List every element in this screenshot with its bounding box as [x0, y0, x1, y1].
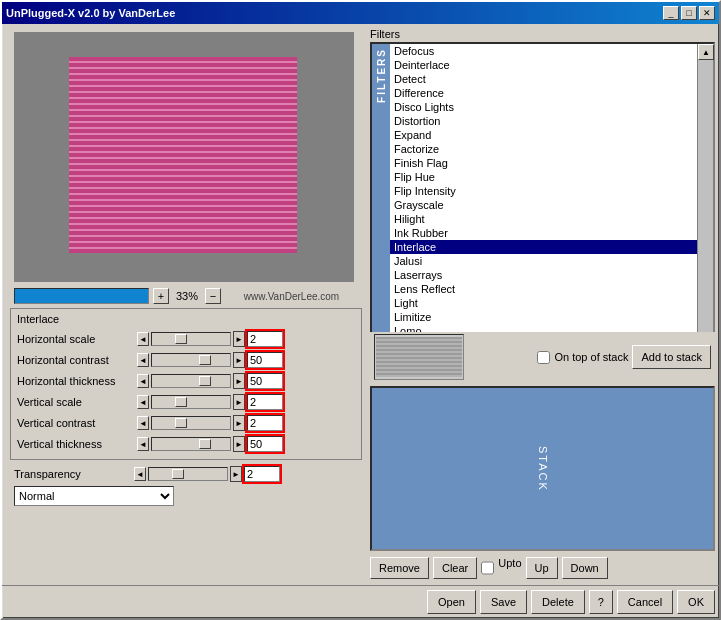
v-thickness-label: Vertical thickness: [17, 438, 137, 450]
right-panel: Filters FILTERS DefocusDeinterlaceDetect…: [370, 28, 715, 581]
transparency-track[interactable]: [148, 467, 228, 481]
stack-controls-top: On top of stack Add to stack: [537, 345, 711, 369]
stack-action-buttons: Remove Clear Upto Up Down: [370, 555, 715, 581]
preview-canvas: [69, 57, 299, 257]
controls-group: Interlace Horizontal scale ◄ ► Horizonta…: [10, 308, 362, 460]
filter-item-distortion[interactable]: Distortion: [390, 114, 697, 128]
zoom-in-button[interactable]: +: [153, 288, 169, 304]
cancel-button[interactable]: Cancel: [617, 590, 673, 614]
h-contrast-label: Horizontal contrast: [17, 354, 137, 366]
ok-button[interactable]: OK: [677, 590, 715, 614]
filter-item-disco-lights[interactable]: Disco Lights: [390, 100, 697, 114]
clear-button[interactable]: Clear: [433, 557, 477, 579]
save-button[interactable]: Save: [480, 590, 527, 614]
filter-item-light[interactable]: Light: [390, 296, 697, 310]
h-scale-input[interactable]: [247, 331, 283, 347]
open-button[interactable]: Open: [427, 590, 476, 614]
upto-checkbox[interactable]: [481, 557, 494, 579]
filter-item-factorize[interactable]: Factorize: [390, 142, 697, 156]
url-label: www.VanDerLee.com: [225, 291, 358, 302]
zoom-out-button[interactable]: −: [205, 288, 221, 304]
title-bar: UnPlugged-X v2.0 by VanDerLee _ □ ✕: [2, 2, 719, 24]
control-row-h-scale: Horizontal scale ◄ ►: [17, 329, 355, 349]
v-scale-input[interactable]: [247, 394, 283, 410]
filter-item-flip-hue[interactable]: Flip Hue: [390, 170, 697, 184]
h-thickness-left-arrow[interactable]: ◄: [137, 374, 149, 388]
h-contrast-right-arrow[interactable]: ►: [233, 352, 245, 368]
filter-item-jalusi[interactable]: Jalusi: [390, 254, 697, 268]
scroll-track[interactable]: [698, 60, 713, 336]
transparency-right-arrow[interactable]: ►: [230, 466, 242, 482]
h-scale-left-arrow[interactable]: ◄: [137, 332, 149, 346]
filter-item-grayscale[interactable]: Grayscale: [390, 198, 697, 212]
scroll-up-button[interactable]: ▲: [698, 44, 714, 60]
filter-item-limitize[interactable]: Limitize: [390, 310, 697, 324]
v-scale-right-arrow[interactable]: ►: [233, 394, 245, 410]
logo-thumbnail: [374, 334, 464, 380]
filter-item-detect[interactable]: Detect: [390, 72, 697, 86]
v-thickness-right-arrow[interactable]: ►: [233, 436, 245, 452]
filters-vertical-label: FILTERS: [372, 44, 390, 352]
filters-list-container: FILTERS DefocusDeinterlaceDetectDifferen…: [370, 42, 715, 354]
upto-label: Upto: [498, 557, 521, 579]
h-thickness-right-arrow[interactable]: ►: [233, 373, 245, 389]
filter-item-expand[interactable]: Expand: [390, 128, 697, 142]
h-contrast-left-arrow[interactable]: ◄: [137, 353, 149, 367]
h-scale-track[interactable]: [151, 332, 231, 346]
v-thickness-left-arrow[interactable]: ◄: [137, 437, 149, 451]
filter-item-laserrays[interactable]: Laserrays: [390, 268, 697, 282]
filters-list[interactable]: DefocusDeinterlaceDetectDifferenceDisco …: [390, 44, 697, 352]
control-row-h-thickness: Horizontal thickness ◄ ►: [17, 371, 355, 391]
v-contrast-input[interactable]: [247, 415, 283, 431]
blend-mode-select[interactable]: NormalMultiplyScreenOverlayDarkenLighten: [14, 486, 174, 506]
up-button[interactable]: Up: [526, 557, 558, 579]
minimize-button[interactable]: _: [663, 6, 679, 20]
h-contrast-input[interactable]: [247, 352, 283, 368]
filter-item-ink-rubber[interactable]: Ink Rubber: [390, 226, 697, 240]
window-controls: _ □ ✕: [663, 6, 715, 20]
h-contrast-track[interactable]: [151, 353, 231, 367]
filter-item-hilight[interactable]: Hilight: [390, 212, 697, 226]
maximize-button[interactable]: □: [681, 6, 697, 20]
filters-title: Filters: [370, 28, 715, 40]
mode-dropdown-row: NormalMultiplyScreenOverlayDarkenLighten: [10, 486, 362, 506]
add-to-stack-button[interactable]: Add to stack: [632, 345, 711, 369]
v-scale-track[interactable]: [151, 395, 231, 409]
stack-label: STACK: [537, 446, 549, 492]
v-contrast-left-arrow[interactable]: ◄: [137, 416, 149, 430]
filter-item-deinterlace[interactable]: Deinterlace: [390, 58, 697, 72]
filter-item-lens-reflect[interactable]: Lens Reflect: [390, 282, 697, 296]
help-button[interactable]: ?: [589, 590, 613, 614]
close-button[interactable]: ✕: [699, 6, 715, 20]
v-thickness-track[interactable]: [151, 437, 231, 451]
main-window: UnPlugged-X v2.0 by VanDerLee _ □ ✕ + 33…: [0, 0, 721, 620]
transparency-row: Transparency ◄ ►: [10, 464, 362, 484]
left-panel: + 33% − www.VanDerLee.com Interlace Hori…: [6, 28, 366, 581]
v-contrast-track[interactable]: [151, 416, 231, 430]
filter-item-interlace[interactable]: Interlace: [390, 240, 697, 254]
down-button[interactable]: Down: [562, 557, 608, 579]
remove-button[interactable]: Remove: [370, 557, 429, 579]
filter-item-finish-flag[interactable]: Finish Flag: [390, 156, 697, 170]
window-body: + 33% − www.VanDerLee.com Interlace Hori…: [2, 24, 719, 585]
filter-item-defocus[interactable]: Defocus: [390, 44, 697, 58]
filters-scrollbar: ▲ ▼: [697, 44, 713, 352]
h-thickness-input[interactable]: [247, 373, 283, 389]
filter-item-difference[interactable]: Difference: [390, 86, 697, 100]
window-title: UnPlugged-X v2.0 by VanDerLee: [6, 7, 175, 19]
delete-button[interactable]: Delete: [531, 590, 585, 614]
on-top-checkbox[interactable]: [537, 351, 550, 364]
transparency-input[interactable]: [244, 466, 280, 482]
control-row-v-thickness: Vertical thickness ◄ ►: [17, 434, 355, 454]
filter-item-flip-intensity[interactable]: Flip Intensity: [390, 184, 697, 198]
h-thickness-track[interactable]: [151, 374, 231, 388]
zoom-level: 33%: [173, 290, 201, 302]
control-row-v-contrast: Vertical contrast ◄ ►: [17, 413, 355, 433]
transparency-left-arrow[interactable]: ◄: [134, 467, 146, 481]
h-scale-right-arrow[interactable]: ►: [233, 331, 245, 347]
logo-area: On top of stack Add to stack: [370, 332, 715, 382]
v-thickness-input[interactable]: [247, 436, 283, 452]
progress-bar: [14, 288, 149, 304]
v-contrast-right-arrow[interactable]: ►: [233, 415, 245, 431]
v-scale-left-arrow[interactable]: ◄: [137, 395, 149, 409]
